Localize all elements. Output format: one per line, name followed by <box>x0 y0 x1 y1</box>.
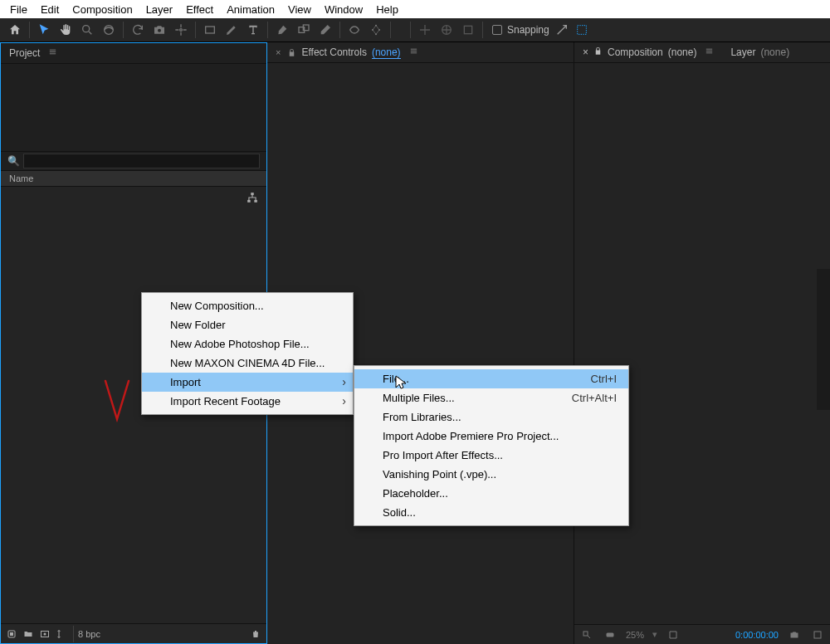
selection-tool-icon[interactable] <box>34 20 54 40</box>
ctx-new-c4d[interactable]: New MAXON CINEMA 4D File... <box>142 354 353 373</box>
menu-animation[interactable]: Animation <box>220 2 281 17</box>
effect-controls-link[interactable]: (none) <box>372 46 401 59</box>
menu-edit[interactable]: Edit <box>34 2 66 17</box>
rect-tool-icon[interactable] <box>200 20 220 40</box>
local-axis-icon[interactable] <box>415 20 435 40</box>
svg-point-1 <box>105 26 114 35</box>
menu-help[interactable]: Help <box>369 2 405 17</box>
clone-tool-icon[interactable] <box>294 20 314 40</box>
interpret-footage-icon[interactable] <box>4 627 19 642</box>
menu-bar: File Edit Composition Layer Effect Anima… <box>0 0 830 18</box>
ctx-placeholder[interactable]: Placeholder... <box>354 484 628 503</box>
channel-icon[interactable] <box>810 627 825 642</box>
composition-panel-tabs: × Composition (none) Layer (none) <box>574 42 830 63</box>
snap-grid-icon[interactable] <box>574 20 589 40</box>
snapping-checkbox[interactable] <box>492 25 502 35</box>
ctx-new-folder[interactable]: New Folder <box>142 315 353 334</box>
timecode[interactable]: 0:00:00:00 <box>735 630 779 640</box>
svg-rect-15 <box>247 200 251 202</box>
toolbar: Snapping <box>0 18 830 42</box>
svg-rect-4 <box>206 27 215 33</box>
ctx-new-composition[interactable]: New Composition... <box>142 296 353 315</box>
eraser-tool-icon[interactable] <box>315 20 335 40</box>
zoom-tool-icon[interactable] <box>77 20 97 40</box>
menu-file[interactable]: File <box>3 2 34 17</box>
puppet-tool-icon[interactable] <box>366 20 386 40</box>
ctx-import-premiere[interactable]: Import Adobe Premiere Pro Project... <box>354 427 628 446</box>
camera-tool-icon[interactable] <box>149 20 169 40</box>
svg-point-3 <box>180 29 183 32</box>
zoom-level[interactable]: 25% <box>626 630 644 640</box>
pen-tool-icon[interactable] <box>222 20 242 40</box>
ctx-solid[interactable]: Solid... <box>354 503 628 522</box>
composition-viewer[interactable]: 25% ▾ 0:00:00:00 <box>574 63 830 644</box>
composition-link[interactable]: (none) <box>668 46 697 58</box>
ctx-import[interactable]: Import <box>142 373 353 392</box>
svg-rect-22 <box>607 632 614 637</box>
anchor-tool-icon[interactable] <box>171 20 191 40</box>
roto-tool-icon[interactable] <box>344 20 364 40</box>
svg-rect-13 <box>577 26 586 35</box>
snapshot-icon[interactable] <box>787 627 802 642</box>
effect-controls-title[interactable]: Effect Controls <box>301 46 366 58</box>
svg-rect-16 <box>254 200 257 202</box>
snap-edge-icon[interactable] <box>554 20 569 40</box>
composition-tab-title[interactable]: Composition <box>608 46 663 58</box>
magnify-icon[interactable] <box>579 627 594 642</box>
bpc-label[interactable]: 8 bpc <box>78 629 100 639</box>
svg-rect-14 <box>251 193 254 195</box>
new-comp-icon[interactable] <box>37 627 52 642</box>
svg-rect-12 <box>464 26 471 33</box>
flowchart-icon[interactable] <box>247 192 258 207</box>
ctx-import-libraries[interactable]: From Libraries... <box>354 407 628 427</box>
new-folder-icon[interactable] <box>21 627 36 642</box>
menu-effect[interactable]: Effect <box>179 2 220 17</box>
name-column-header[interactable]: Name <box>9 173 33 183</box>
viewer-edge <box>817 269 830 410</box>
home-icon[interactable] <box>5 20 25 40</box>
svg-rect-18 <box>10 632 13 636</box>
panel-menu-icon[interactable] <box>705 46 714 58</box>
ctx-vanishing-point[interactable]: Vanishing Point (.vpe)... <box>354 465 628 484</box>
layer-tab-title[interactable]: Layer <box>730 46 755 58</box>
ctx-pro-import[interactable]: Pro Import After Effects... <box>354 446 628 465</box>
brush-tool-icon[interactable] <box>272 20 292 40</box>
context-menu-main: New Composition... New Folder New Adobe … <box>141 292 354 415</box>
svg-point-2 <box>158 29 161 32</box>
ctx-new-photoshop[interactable]: New Adobe Photoshop File... <box>142 334 353 354</box>
lock-icon[interactable] <box>287 48 296 57</box>
panel-menu-icon[interactable] <box>409 46 418 58</box>
layer-tab-link[interactable]: (none) <box>760 46 789 58</box>
annotation-v-mark <box>103 379 131 426</box>
search-icon: 🔍 <box>7 155 20 167</box>
rotate-tool-icon[interactable] <box>128 20 148 40</box>
vr-icon[interactable] <box>603 627 618 642</box>
menu-view[interactable]: View <box>281 2 318 17</box>
menu-window[interactable]: Window <box>318 2 369 17</box>
menu-layer[interactable]: Layer <box>139 2 180 17</box>
snapping-label: Snapping <box>507 24 549 36</box>
menu-composition[interactable]: Composition <box>66 2 139 17</box>
close-tab-icon[interactable]: × <box>276 47 281 57</box>
svg-rect-21 <box>583 632 588 636</box>
project-search-input[interactable] <box>23 154 260 168</box>
bpc-button[interactable] <box>54 627 69 642</box>
view-axis-icon[interactable] <box>458 20 478 40</box>
world-axis-icon[interactable] <box>437 20 456 40</box>
close-tab-icon[interactable]: × <box>583 46 588 58</box>
lock-icon[interactable] <box>593 46 603 58</box>
hand-tool-icon[interactable] <box>56 20 76 40</box>
panel-menu-icon[interactable] <box>48 47 57 59</box>
project-tab-label[interactable]: Project <box>9 47 40 59</box>
resolution-icon[interactable] <box>666 627 681 642</box>
svg-rect-23 <box>814 632 821 638</box>
viewer-footer: 25% ▾ 0:00:00:00 <box>574 624 830 644</box>
trash-icon[interactable] <box>248 627 263 642</box>
type-tool-icon[interactable] <box>243 20 263 40</box>
mouse-cursor-icon <box>395 375 407 393</box>
orbit-tool-icon[interactable] <box>99 20 119 40</box>
svg-point-20 <box>44 632 46 635</box>
svg-point-0 <box>83 26 90 32</box>
ctx-import-recent[interactable]: Import Recent Footage <box>142 392 353 411</box>
